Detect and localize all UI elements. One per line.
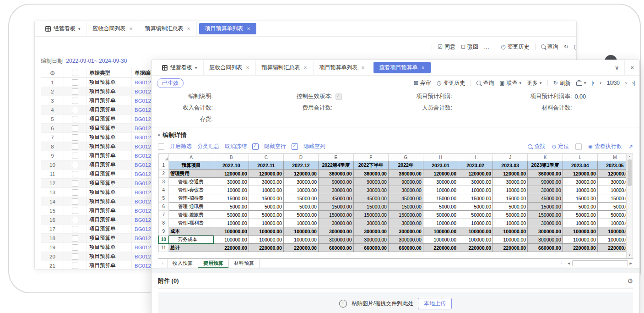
cell[interactable]: 10000.00 <box>493 219 528 227</box>
find-button[interactable]: 查找 <box>528 143 545 150</box>
gear-icon[interactable]: ⚙ <box>50 70 55 77</box>
cell[interactable]: 120000.00 <box>458 170 493 178</box>
cell[interactable]: 15000.00 <box>318 203 353 211</box>
cell[interactable]: 90000.00 <box>318 178 353 186</box>
row-header[interactable]: 2 <box>159 170 169 178</box>
column-header-G[interactable]: G <box>388 154 423 161</box>
cell[interactable]: 10000.00 <box>214 219 249 227</box>
cell[interactable]: 10000.00 <box>423 219 458 227</box>
sheet-vertical-scrollbar[interactable]: ▲ ▼ <box>626 154 633 258</box>
row-header[interactable]: 4 <box>159 186 169 194</box>
cell[interactable]: 220000.00 <box>423 244 458 252</box>
sheet-corner[interactable] <box>159 154 169 161</box>
cell[interactable]: 660000.00 <box>353 244 388 252</box>
cell[interactable]: 100000.00 <box>493 227 528 236</box>
row-header[interactable]: 11 <box>159 244 169 252</box>
row-header[interactable]: 10 <box>159 236 169 244</box>
cell[interactable]: 管理-招待费 <box>168 194 214 203</box>
cell[interactable]: 220000.00 <box>283 244 318 252</box>
header-cell[interactable]: 2023第1季度 <box>528 161 563 170</box>
row-checkbox[interactable] <box>72 217 78 223</box>
hide-empty-cols-label[interactable]: 隐藏空列 <box>303 143 325 150</box>
row-header[interactable]: 6 <box>159 203 169 211</box>
column-header-E[interactable]: E <box>318 154 353 161</box>
cell[interactable]: 50000.00 <box>283 211 318 219</box>
row-checkbox[interactable] <box>72 134 78 141</box>
cell[interactable]: 30000.00 <box>528 219 563 227</box>
clipped-toolbar-icon[interactable]: ▢ <box>574 44 577 50</box>
cell[interactable]: 100000.00 <box>493 236 528 244</box>
cell[interactable]: 100000.00 <box>283 227 318 236</box>
pager-last-button[interactable]: ›| <box>632 80 635 86</box>
cell[interactable]: 300000.00 <box>528 227 563 236</box>
cell[interactable]: 15000.00 <box>353 203 388 211</box>
cell[interactable]: 45000.00 <box>353 194 388 203</box>
cell[interactable]: 5000.00 <box>249 203 283 211</box>
upload-dropzone[interactable]: ↑ 粘贴图片/拖拽文件到此处 本地上传 <box>158 292 633 313</box>
column-header-K[interactable]: K <box>528 154 563 161</box>
cell[interactable]: 120000.00 <box>249 170 283 178</box>
cell[interactable]: 50000.00 <box>563 211 597 219</box>
cell[interactable]: 150000.00 <box>318 211 353 219</box>
row-header[interactable]: 9 <box>159 227 169 236</box>
row-checkbox[interactable] <box>72 198 78 205</box>
control-version-checkbox[interactable] <box>336 93 342 100</box>
gear-icon[interactable]: ⚙ <box>627 277 633 285</box>
cell[interactable]: 300000.00 <box>318 227 353 236</box>
refresh-button[interactable]: ↻ <box>564 44 568 50</box>
cell[interactable]: 90000.00 <box>528 178 563 186</box>
cell[interactable]: 100000.00 <box>214 227 249 236</box>
cell[interactable]: 5000.00 <box>493 203 528 211</box>
print-button[interactable]: ▾ <box>576 80 586 86</box>
date-range-value[interactable]: 2022-09-01~ 2024-09-30 <box>66 58 127 64</box>
row-checkbox[interactable] <box>72 162 78 168</box>
cell[interactable]: 30000.00 <box>493 178 528 186</box>
cell[interactable]: 300000.00 <box>353 227 388 236</box>
detail-section-header[interactable]: ▾ 编制详情 <box>152 127 639 140</box>
cell[interactable]: 100000.00 <box>423 227 458 236</box>
column-header-A[interactable]: A <box>168 154 214 161</box>
cell[interactable]: 30000.00 <box>423 178 458 186</box>
row-checkbox[interactable] <box>72 189 78 196</box>
scroll-right-icon[interactable]: ▶ <box>630 262 632 265</box>
cell[interactable]: 100000.00 <box>458 236 493 244</box>
column-header-I[interactable]: I <box>458 154 493 161</box>
linked-query-button[interactable]: ▣ 联查 ▾ <box>499 79 521 87</box>
pager-first-button[interactable]: |‹ <box>591 80 594 86</box>
header-cell[interactable]: 2022第4季度 <box>318 161 353 170</box>
cell[interactable]: 10000.00 <box>423 186 458 194</box>
cell[interactable]: 45000.00 <box>528 194 563 203</box>
tab-项目预算单列表[interactable]: 项目预算单列表× <box>199 23 256 34</box>
sheet-tab-材料预算[interactable]: 材料预算 <box>229 259 260 268</box>
tab-经营看板[interactable]: 经营看板▾ <box>39 22 87 36</box>
row-checkbox[interactable] <box>72 244 78 251</box>
row-header[interactable]: 8 <box>159 219 169 227</box>
row-checkbox[interactable] <box>72 171 78 177</box>
expand-icon[interactable]: ↗ <box>628 143 633 150</box>
cell[interactable]: 10000.00 <box>249 186 283 194</box>
header-cell[interactable]: 2022下半年 <box>353 161 388 170</box>
cell[interactable]: 45000.00 <box>318 194 353 203</box>
cell[interactable]: 10000.00 <box>214 186 249 194</box>
row-checkbox[interactable] <box>72 235 78 242</box>
sheet-tab-menu-icon[interactable]: ⋮ <box>158 259 168 268</box>
cell[interactable]: 100000.00 <box>249 227 283 236</box>
cell[interactable]: 300000.00 <box>388 227 423 236</box>
cell[interactable]: 100000.00 <box>249 236 283 244</box>
cell[interactable]: 30000.00 <box>458 178 493 186</box>
abandon-approve-button[interactable]: ⊠ 弃审 <box>414 79 431 87</box>
cell[interactable]: 管理-通讯费 <box>168 203 214 211</box>
unfreeze-link[interactable]: 取消冻结 <box>225 143 247 150</box>
row-checkbox[interactable] <box>72 226 78 232</box>
cell[interactable]: 220000.00 <box>493 244 528 252</box>
scroll-menu-icon[interactable]: ⋮ <box>557 261 566 266</box>
cell[interactable]: 50000.00 <box>458 211 493 219</box>
cell[interactable]: 360000.00 <box>318 170 353 178</box>
query-button[interactable]: 查询 <box>476 79 494 87</box>
cell[interactable]: 10000.00 <box>493 186 528 194</box>
row-checkbox[interactable] <box>72 153 78 159</box>
close-icon[interactable]: × <box>247 26 250 32</box>
row-checkbox[interactable] <box>72 143 78 150</box>
close-icon[interactable]: × <box>422 65 425 71</box>
cell[interactable]: 15000.00 <box>528 203 563 211</box>
